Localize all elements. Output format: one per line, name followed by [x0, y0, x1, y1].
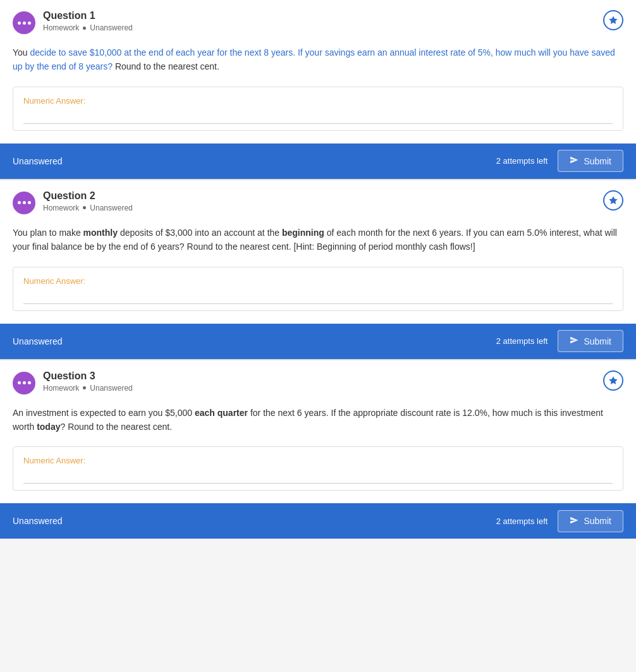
numeric-answer-label-3: Numeric Answer:: [23, 456, 613, 465]
numeric-answer-label-2: Numeric Answer:: [23, 276, 613, 286]
chat-bubble-icon: [13, 192, 35, 214]
attempts-left-label-1: 2 attempts left: [496, 156, 548, 166]
meta-separator-dot: [83, 27, 86, 30]
attempts-left-label-3: 2 attempts left: [496, 516, 548, 526]
answer-area-2: Numeric Answer:: [0, 267, 636, 324]
question-header-2: Question 2HomeworkUnanswered: [0, 180, 636, 219]
footer-right-2: 2 attempts leftSubmit: [496, 330, 623, 352]
send-icon: [570, 516, 578, 527]
attempts-left-label-2: 2 attempts left: [496, 336, 548, 346]
footer-status-label-3: Unanswered: [13, 516, 63, 526]
numeric-answer-input-2[interactable]: [23, 290, 613, 304]
star-icon: [608, 195, 618, 205]
star-icon: [608, 376, 618, 386]
footer-right-3: 2 attempts leftSubmit: [496, 510, 623, 532]
question-status-label: Unanswered: [90, 204, 132, 212]
question-title-1: Question 1: [43, 10, 133, 21]
submit-label: Submit: [584, 156, 611, 166]
answer-area-3: Numeric Answer:: [0, 446, 636, 503]
submit-button-2[interactable]: Submit: [558, 330, 623, 352]
answer-input-wrapper-3: Numeric Answer:: [13, 446, 623, 491]
question-header-left-3: Question 3HomeworkUnanswered: [13, 370, 133, 394]
answer-area-1: Numeric Answer:: [0, 87, 636, 144]
question-header-3: Question 3HomeworkUnanswered: [0, 360, 636, 400]
meta-separator-dot: [83, 206, 86, 209]
chat-bubble-icon: [13, 11, 35, 34]
question-card-3: Question 3HomeworkUnansweredAn investmen…: [0, 360, 636, 539]
footer-status-label-2: Unanswered: [13, 336, 63, 346]
question-header-left-1: Question 1HomeworkUnanswered: [13, 10, 133, 34]
bookmark-star-button-1[interactable]: [603, 10, 623, 30]
question-title-3: Question 3: [43, 370, 133, 382]
question-footer-2: Unanswered2 attempts leftSubmit: [0, 324, 636, 359]
send-icon: [570, 156, 578, 166]
question-footer-3: Unanswered2 attempts leftSubmit: [0, 503, 636, 539]
question-footer-1: Unanswered2 attempts leftSubmit: [0, 144, 636, 179]
question-status-label: Unanswered: [90, 23, 132, 32]
question-header-1: Question 1HomeworkUnanswered: [0, 0, 636, 39]
chat-bubble-icon: [13, 372, 35, 394]
question-meta-1: HomeworkUnanswered: [43, 23, 133, 32]
question-title-2: Question 2: [43, 190, 133, 202]
question-body-1: You decide to save $10,000 at the end of…: [0, 39, 636, 87]
question-category: Homework: [43, 23, 79, 32]
numeric-answer-label-1: Numeric Answer:: [23, 96, 613, 106]
question-card-1: Question 1HomeworkUnansweredYou decide t…: [0, 0, 636, 179]
send-icon: [570, 336, 578, 346]
submit-button-1[interactable]: Submit: [558, 150, 623, 172]
question-category: Homework: [43, 204, 79, 212]
footer-status-label-1: Unanswered: [13, 156, 63, 166]
numeric-answer-input-3[interactable]: [23, 469, 613, 484]
question-card-2: Question 2HomeworkUnansweredYou plan to …: [0, 180, 636, 359]
question-title-block-2: Question 2HomeworkUnanswered: [43, 190, 133, 212]
question-title-block-3: Question 3HomeworkUnanswered: [43, 370, 133, 393]
submit-button-3[interactable]: Submit: [558, 510, 623, 532]
question-meta-2: HomeworkUnanswered: [43, 204, 133, 212]
question-status-label: Unanswered: [90, 384, 132, 393]
submit-label: Submit: [584, 516, 611, 526]
question-header-left-2: Question 2HomeworkUnanswered: [13, 190, 133, 214]
question-body-2: You plan to make monthly deposits of $3,…: [0, 219, 636, 267]
question-meta-3: HomeworkUnanswered: [43, 384, 133, 393]
question-title-block-1: Question 1HomeworkUnanswered: [43, 10, 133, 32]
numeric-answer-input-1[interactable]: [23, 109, 613, 124]
answer-input-wrapper-2: Numeric Answer:: [13, 267, 623, 311]
submit-label: Submit: [584, 336, 611, 346]
question-body-3: An investment is expected to earn you $5…: [0, 400, 636, 447]
answer-input-wrapper-1: Numeric Answer:: [13, 87, 623, 131]
star-icon: [608, 15, 618, 25]
bookmark-star-button-2[interactable]: [603, 190, 623, 211]
bookmark-star-button-3[interactable]: [603, 370, 623, 391]
question-category: Homework: [43, 384, 79, 393]
footer-right-1: 2 attempts leftSubmit: [496, 150, 623, 172]
meta-separator-dot: [83, 386, 86, 389]
